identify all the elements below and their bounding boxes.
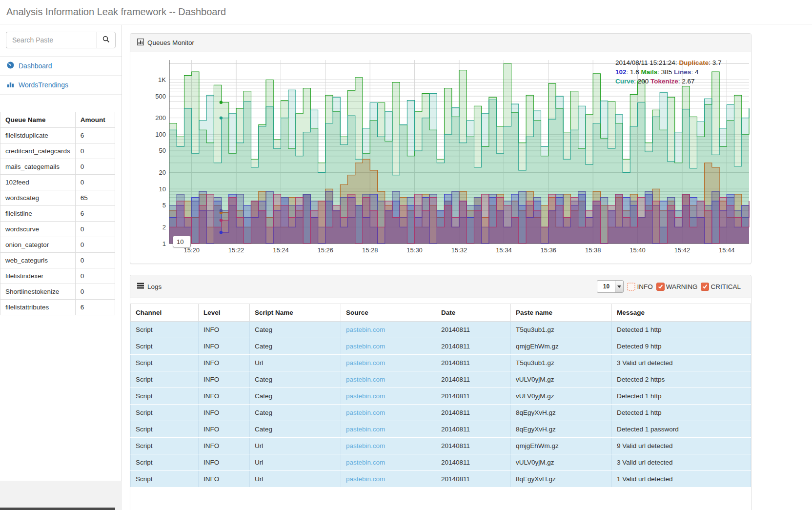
logs-cell-source: pastebin.com <box>341 421 436 438</box>
source-link[interactable]: pastebin.com <box>346 409 385 416</box>
queue-amount-cell: 6 <box>75 128 115 143</box>
queue-table-header-row: Queue Name Amount <box>0 112 115 128</box>
logs-cell-channel: Script <box>131 338 199 355</box>
legend-text: : 2.67 <box>678 78 695 85</box>
logs-table-row: ScriptINFOCategpastebin.com201408118qEgy… <box>131 421 751 438</box>
logs-cell-date: 20140811 <box>436 421 511 438</box>
logs-cell-channel: Script <box>131 355 199 371</box>
x-axis-label: 15:24 <box>273 246 289 254</box>
queue-amount-cell: 0 <box>75 175 115 190</box>
logs-cell-paste-name: vULV0yjM.gz <box>511 388 612 405</box>
source-link[interactable]: pastebin.com <box>346 459 385 466</box>
logs-cell-script-name: Categ <box>250 388 341 405</box>
logs-cell-source: pastebin.com <box>341 388 436 405</box>
queue-name-cell: 102feed <box>0 175 76 190</box>
y-axis-label: 200 <box>155 114 166 122</box>
queue-amount-cell: 0 <box>75 237 115 253</box>
y-axis-label: 1 <box>162 240 166 247</box>
source-link[interactable]: pastebin.com <box>346 392 385 400</box>
source-link[interactable]: pastebin.com <box>346 376 385 383</box>
y-axis-label: 100 <box>155 131 166 138</box>
dashboard-icon <box>7 61 14 70</box>
logs-cell-paste-name: qmjgEhWm.gz <box>511 338 612 355</box>
queues-monitor-chart[interactable]: 15:2015:2215:2415:2615:2815:3015:3215:34… <box>130 52 751 264</box>
logs-cell-date: 20140811 <box>436 471 511 488</box>
logs-cell-channel: Script <box>131 438 199 454</box>
page-size-select[interactable]: 10 <box>597 280 624 293</box>
queue-amount-cell: 0 <box>75 143 115 159</box>
logs-cell-channel: Script <box>131 405 199 421</box>
logs-cell-source: pastebin.com <box>341 371 436 388</box>
filter-checkbox-warning[interactable] <box>656 283 665 291</box>
queue-table-row: filelistduplicate6 <box>0 128 115 143</box>
queue-name-cell: mails_categemails <box>0 159 76 175</box>
logs-cell-source: pastebin.com <box>341 322 436 338</box>
queue-name-cell: web_categurls <box>0 253 76 268</box>
source-link[interactable]: pastebin.com <box>346 359 385 367</box>
sidebar-footer-area <box>0 481 122 510</box>
legend-text: : 1.6 <box>627 68 641 76</box>
panel-title: Logs <box>147 283 162 290</box>
logs-cell-script-name: Categ <box>250 405 341 421</box>
legend-text: 2014/08/11 15:21:24: <box>615 59 679 66</box>
hover-dot-tokenize <box>220 219 223 222</box>
logs-cell-message: Detected 9 http <box>612 338 751 355</box>
logs-cell-date: 20140811 <box>436 388 511 405</box>
queue-table-row: wordscateg65 <box>0 190 115 206</box>
x-axis-label: 15:30 <box>406 246 423 254</box>
logs-cell-paste-name: qmjgEhWm.gz <box>511 438 612 454</box>
x-axis-label: 15:44 <box>719 246 735 254</box>
queue-name-cell: wordscateg <box>0 190 76 206</box>
bar-chart-icon <box>7 81 14 89</box>
queue-name-cell: filelistduplicate <box>0 128 76 143</box>
logs-cell-source: pastebin.com <box>341 471 436 488</box>
hover-dot-mails <box>220 101 223 104</box>
logs-column-header: Source <box>341 304 436 322</box>
source-link[interactable]: pastebin.com <box>346 343 385 350</box>
list-icon <box>137 283 144 290</box>
x-axis-label: 15:32 <box>451 246 467 254</box>
source-link[interactable]: pastebin.com <box>346 475 385 483</box>
logs-column-header: Date <box>436 304 511 322</box>
filter-checkbox-info[interactable] <box>627 283 635 291</box>
y-axis-label: 50 <box>159 147 166 154</box>
source-link[interactable]: pastebin.com <box>346 442 385 449</box>
logs-cell-message: 1 Valid url detected <box>612 471 751 488</box>
y-axis-label: 1K <box>158 76 166 83</box>
logs-cell-channel: Script <box>131 322 199 338</box>
x-axis-label: 15:34 <box>496 246 512 254</box>
logs-cell-script-name: Categ <box>250 421 341 438</box>
logs-cell-level: INFO <box>199 421 250 438</box>
legend-text: : 385 <box>657 68 674 76</box>
source-link[interactable]: pastebin.com <box>346 426 385 433</box>
filter-label-info: INFO <box>637 283 652 290</box>
logs-table-row: ScriptINFOUrlpastebin.com20140811vULV0yj… <box>131 454 751 471</box>
queue-name-cell: creditcard_categcards <box>0 143 76 159</box>
chart-legend: 2014/08/11 15:21:24: Duplicate: 3.7102: … <box>615 58 721 86</box>
sidebar-item-wordstrendings[interactable]: WordsTrendings <box>0 75 122 95</box>
queue-amount-cell: 0 <box>75 159 115 175</box>
logs-cell-script-name: Categ <box>250 371 341 388</box>
logs-cell-script-name: Categ <box>250 338 341 355</box>
logs-cell-date: 20140811 <box>436 355 511 371</box>
stats-icon <box>137 39 144 47</box>
sidebar-item-dashboard[interactable]: Dashboard <box>0 56 122 75</box>
queue-name-cell: filelistindexer <box>0 268 76 284</box>
logs-cell-paste-name: vULV0yjM.gz <box>511 371 612 388</box>
y-axis-label: 2 <box>162 224 166 231</box>
source-link[interactable]: pastebin.com <box>346 326 385 333</box>
logs-cell-channel: Script <box>131 454 199 471</box>
search-input[interactable] <box>6 32 97 48</box>
x-axis-label: 15:20 <box>183 246 200 254</box>
queue-amount-cell: 0 <box>75 268 115 284</box>
search-button[interactable] <box>97 32 116 48</box>
logs-cell-level: INFO <box>199 388 250 405</box>
panel-title: Queues Monitor <box>147 39 194 46</box>
sidebar-nav: Dashboard WordsTrendings <box>0 56 122 95</box>
filter-checkbox-critical[interactable] <box>701 283 709 291</box>
logs-cell-source: pastebin.com <box>341 355 436 371</box>
logs-cell-date: 20140811 <box>436 371 511 388</box>
logs-cell-message: Detected 1 http <box>612 322 751 338</box>
chevron-down-icon <box>615 281 623 292</box>
hover-dot-curve <box>220 116 223 119</box>
